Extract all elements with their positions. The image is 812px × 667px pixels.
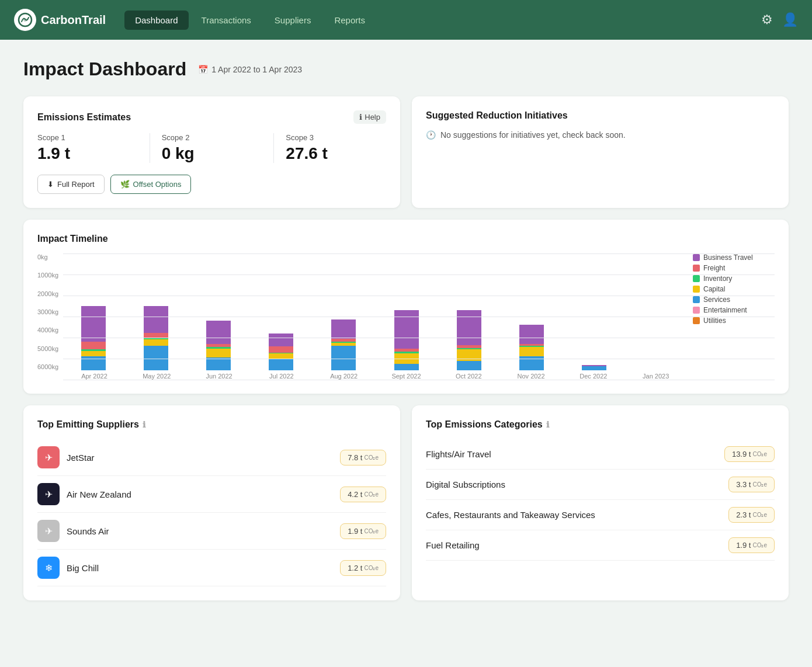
supplier-row: ✈ JetStar 7.8 t CO₂e [37,439,386,476]
emission-badge: 7.8 t CO₂e [340,450,386,465]
download-icon: ⬇ [47,180,54,189]
bar-group [188,321,248,370]
settings-icon[interactable]: ⚙ [761,12,773,27]
bar-seg-red [144,333,168,338]
scope2-block: Scope 2 0 kg [162,133,262,163]
legend-dot [693,275,700,282]
emissions-header: Emissions Estimates ℹ Help [37,110,386,124]
help-button[interactable]: ℹ Help [353,110,386,124]
x-label: Apr 2022 [63,373,126,380]
bar-seg-blue [519,356,544,370]
bar-seg-purple [81,306,106,342]
legend-item: Utilities [693,317,775,325]
x-labels: Apr 2022May 2022Jun 2022Jul 2022Aug 2022… [63,373,775,380]
legend-dot [693,265,700,272]
bar-seg-purple [206,321,231,344]
bottom-row: Top Emitting Suppliers ℹ ✈ JetStar 7.8 t… [23,405,789,600]
x-label: Jun 2022 [188,373,251,380]
nav-reports[interactable]: Reports [324,11,376,30]
bar-group [501,325,561,370]
legend-dot [693,307,700,314]
bar-seg-yellow [519,347,544,356]
co2e-label: CO₂e [364,491,379,498]
category-name: Flights/Air Travel [426,449,717,459]
co2e-label: CO₂e [752,481,767,488]
bar-seg-purple [519,325,544,344]
legend-item: Capital [693,285,775,293]
bar-seg-blue [582,366,606,370]
emissions-title: Emissions Estimates [37,112,131,123]
co2e-label: CO₂e [364,565,379,571]
user-icon[interactable]: 👤 [782,12,798,27]
bar-seg-yellow [206,349,231,357]
category-name: Fuel Retailing [426,540,721,550]
category-name: Cafes, Restaurants and Takeaway Services [426,510,721,520]
supplier-logo: ✈ [37,446,60,468]
full-report-button[interactable]: ⬇ Full Report [37,175,105,194]
bar-seg-red [81,342,106,349]
legend-item: Services [693,296,775,304]
co2e-label: CO₂e [752,451,767,457]
help-icon: ℹ [359,113,362,121]
bar-group [314,319,374,370]
x-label: Oct 2022 [438,373,500,380]
supplier-logo: ✈ [37,483,60,505]
legend-dot [693,254,700,261]
suggestions-header: Suggested Reduction Initiatives [426,110,775,121]
scope3-block: Scope 3 27.6 t [286,133,386,163]
chart-bars [63,253,775,370]
scope3-label: Scope 3 [286,133,386,142]
supplier-name: JetStar [67,453,333,463]
supplier-name: Air New Zealand [67,489,333,499]
x-label: Jul 2022 [250,373,313,380]
chart-legend: Business TravelFreightInventoryCapitalSe… [693,253,775,325]
categories-card: Top Emissions Categories ℹ Flights/Air T… [412,405,789,600]
x-label: Aug 2022 [313,373,375,380]
x-label: Dec 2022 [562,373,624,380]
offset-options-button[interactable]: 🌿 Offset Options [110,175,192,194]
legend-label: Services [703,296,730,304]
legend-label: Capital [703,285,725,293]
emission-badge: 13.9 t CO₂e [724,446,775,462]
date-range: 📅 1 Apr 2022 to 1 Apr 2023 [198,65,302,74]
navbar: CarbonTrail Dashboard Transactions Suppl… [0,0,812,40]
bar-seg-yellow [144,339,168,346]
x-label: May 2022 [126,373,188,380]
nav-transactions[interactable]: Transactions [191,11,262,30]
categories-title: Top Emissions Categories ℹ [426,419,775,430]
bar-group [439,310,499,370]
emission-badge: 3.3 t CO₂e [728,477,775,492]
suppliers-info-icon[interactable]: ℹ [143,420,145,429]
bar-seg-yellow [457,349,481,361]
category-row: Cafes, Restaurants and Takeaway Services… [426,500,775,530]
svg-point-1 [23,18,27,22]
category-row: Digital Subscriptions 3.3 t CO₂e [426,470,775,500]
clock-icon: 🕐 [426,130,436,140]
supplier-logo-icon: ✈ [45,452,53,463]
co2e-label: CO₂e [752,512,767,518]
bar-seg-purple [457,310,481,346]
scope1-label: Scope 1 [37,133,138,142]
category-row: Flights/Air Travel 13.9 t CO₂e [426,439,775,470]
categories-list: Flights/Air Travel 13.9 t CO₂e Digital S… [426,439,775,561]
suggestions-card: Suggested Reduction Initiatives 🕐 No sug… [412,96,789,208]
x-label: Nov 2022 [500,373,563,380]
legend-dot [693,296,700,303]
scopes-row: Scope 1 1.9 t Scope 2 0 kg Scope 3 27.6 … [37,133,386,163]
bar-seg-yellow [269,353,293,359]
legend-item: Business Travel [693,253,775,262]
nav-actions: ⚙ 👤 [761,12,798,27]
bar-group [63,306,123,370]
category-name: Digital Subscriptions [426,480,721,489]
nav-suppliers[interactable]: Suppliers [264,11,322,30]
nav-dashboard[interactable]: Dashboard [124,11,188,30]
scope2-label: Scope 2 [162,133,262,142]
emission-badge: 4.2 t CO₂e [340,487,386,502]
timeline-title: Impact Timeline [37,234,775,244]
brand-logo[interactable]: CarbonTrail [14,9,106,31]
legend-label: Freight [703,264,725,272]
nav-links: Dashboard Transactions Suppliers Reports [124,11,761,30]
suppliers-card: Top Emitting Suppliers ℹ ✈ JetStar 7.8 t… [23,405,400,600]
categories-info-icon[interactable]: ℹ [546,420,549,429]
suppliers-title: Top Emitting Suppliers ℹ [37,419,386,430]
